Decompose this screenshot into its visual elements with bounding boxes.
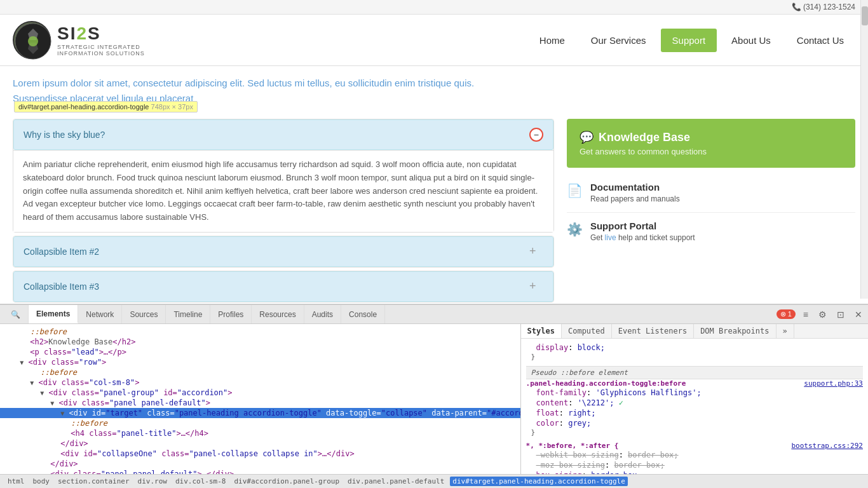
devtools-tab-search[interactable]: 🔍 [3,305,29,313]
kb-subtitle: Get answers to common questions [580,147,843,156]
devtools-tab-timeline[interactable]: Timeline [166,305,210,313]
docs-item[interactable]: 📄 Documentation Read papers and manuals [567,174,855,213]
nav-support[interactable]: Support [661,29,717,52]
nav-services[interactable]: Our Services [580,29,658,52]
phone-number: (314) 123-1524 [792,3,855,11]
nav-home[interactable]: Home [528,29,576,52]
docs-icon: 📄 [567,183,583,198]
svg-point-3 [28,36,38,46]
main-content: Lorem ipsum dolor sit amet, consectetur … [0,66,868,313]
scrollbar-thumb[interactable] [862,6,868,25]
top-bar: (314) 123-1524 [0,0,868,15]
kb-card[interactable]: 💬 Knowledge Base Get answers to common q… [567,119,855,168]
accordion-collapse-btn[interactable]: − [529,128,543,142]
devtools-tab-network[interactable]: Network [78,305,122,313]
content-row: div#target.panel-heading.accordion-toggl… [13,119,855,313]
devtools-tab-console[interactable]: Console [341,305,385,313]
error-badge: ⊗ 1 [776,309,796,313]
portal-title: Support Portal [590,220,695,231]
devtools-tab-audits[interactable]: Audits [304,305,341,313]
accordion-header-2[interactable]: Collapsible Item #2 + [13,236,553,267]
sidebar-column: 💬 Knowledge Base Get answers to common q… [567,119,855,313]
portal-content: Support Portal Get live help and ticket … [590,220,695,243]
docs-subtitle: Read papers and manuals [590,194,680,205]
settings-icon[interactable]: ⚙ [816,308,829,313]
devtools-tab-resources[interactable]: Resources [252,305,304,313]
accordion-expand-btn-3[interactable]: + [529,280,543,294]
logo-subtitle: STRATEGIC INTEGRATED INFORMATION SOLUTIO… [57,44,145,57]
portal-icon: ⚙️ [567,222,583,237]
nav-contact[interactable]: Contact Us [785,29,855,52]
main-nav: Home Our Services Support About Us Conta… [528,29,855,52]
docs-title: Documentation [590,182,680,193]
accordion-item-3: Collapsible Item #3 + [13,271,554,302]
docs-content: Documentation Read papers and manuals [590,182,680,205]
accordion-item-1: div#target.panel-heading.accordion-toggl… [13,119,554,233]
nav-about[interactable]: About Us [720,29,782,52]
expand-icon[interactable]: ≡ [801,308,811,313]
header: SI2S STRATEGIC INTEGRATED INFORMATION SO… [0,15,868,66]
kb-title: 💬 Knowledge Base [580,130,843,144]
devtools-tabs: 🔍 Elements Network Sources Timeline Prof… [0,305,868,313]
logo-icon [13,21,51,59]
portal-item[interactable]: ⚙️ Support Portal Get live help and tick… [567,213,855,251]
accordion-title-2: Collapsible Item #2 [24,247,99,257]
logo-area: SI2S STRATEGIC INTEGRATED INFORMATION SO… [13,21,145,59]
accordion-header-1[interactable]: div#target.panel-heading.accordion-toggl… [13,119,553,150]
logo-text: SI2S STRATEGIC INTEGRATED INFORMATION SO… [57,24,145,57]
accordion-expand-btn-2[interactable]: + [529,245,543,259]
logo-si2s: SI2S [57,24,145,44]
scrollbar-track[interactable] [860,0,868,299]
devtools-tab-profiles[interactable]: Profiles [210,305,252,313]
chat-icon: 💬 [580,130,593,144]
portal-subtitle: Get live help and ticket support [590,233,695,243]
devtools-tab-sources[interactable]: Sources [122,305,166,313]
inspector-badge: div#target.panel-heading.accordion-toggl… [14,101,198,112]
accordion-column: div#target.panel-heading.accordion-toggl… [13,119,554,313]
dock-icon[interactable]: ⊡ [834,308,847,313]
accordion-header-3[interactable]: Collapsible Item #3 + [13,271,553,302]
devtools-tabs-right: ⊗ 1 ≡ ⚙ ⊡ ✕ [776,308,865,313]
accordion-title-3: Collapsible Item #3 [24,281,99,292]
main-content-wrapper: Lorem ipsum dolor sit amet, consectetur … [0,66,868,313]
portal-live-link[interactable]: live [605,233,616,242]
accordion-body-1: Anim pariatur cliche reprehenderit, enim… [13,150,553,232]
close-icon[interactable]: ✕ [852,308,865,313]
accordion-title-1: Why is the sky blue? [24,130,105,140]
accordion-item-2: Collapsible Item #2 + [13,236,554,268]
devtools-tab-elements[interactable]: Elements [29,305,78,313]
devtools-panel: 🔍 Elements Network Sources Timeline Prof… [0,304,868,313]
